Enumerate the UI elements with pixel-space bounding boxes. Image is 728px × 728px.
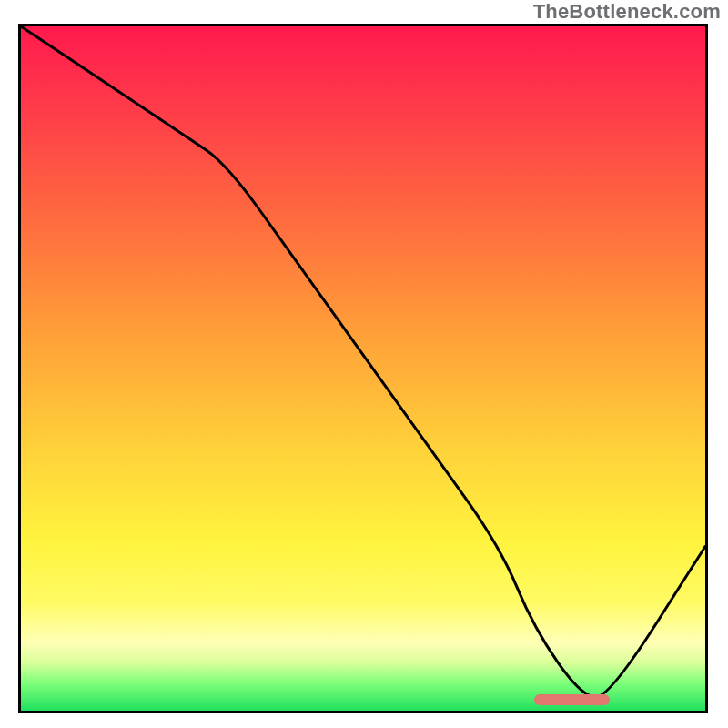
plot-area bbox=[18, 24, 708, 713]
bottleneck-curve bbox=[21, 26, 705, 711]
chart-container: TheBottleneck.com bbox=[0, 0, 728, 728]
optimum-range-marker bbox=[534, 694, 610, 705]
watermark-text: TheBottleneck.com bbox=[533, 0, 721, 24]
